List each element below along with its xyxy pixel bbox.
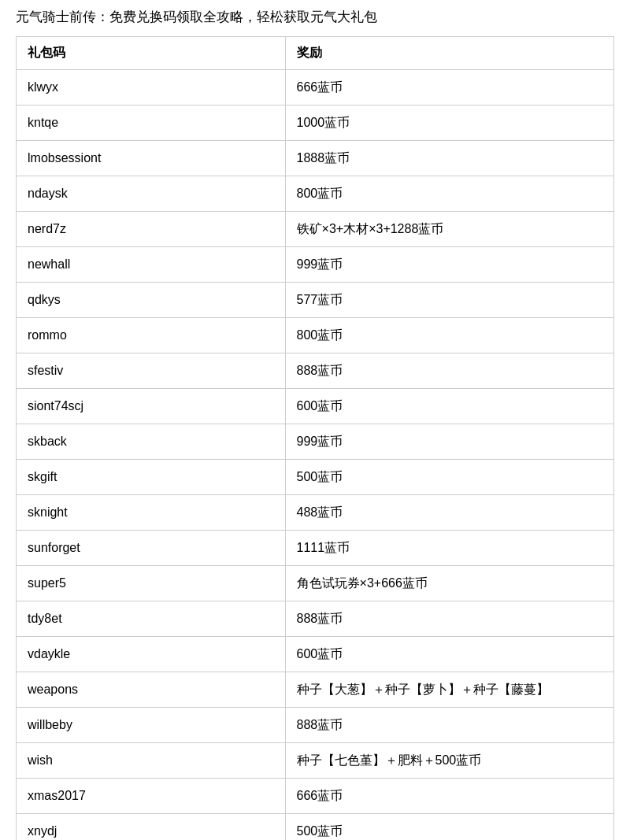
table-row: xmas2017666蓝币 — [17, 778, 614, 813]
cell-code: ndaysk — [17, 176, 286, 211]
cell-reward: 888蓝币 — [285, 707, 613, 742]
table-row: weapons种子【大葱】＋种子【萝卜】＋种子【藤蔓】 — [17, 672, 614, 707]
cell-code: xnydj — [17, 813, 286, 840]
table-row: xnydj500蓝币 — [17, 813, 614, 840]
table-row: super5角色试玩券×3+666蓝币 — [17, 565, 614, 601]
page-container: 元气骑士前传：免费兑换码领取全攻略，轻松获取元气大礼包 礼包码 奖励 klwyx… — [0, 0, 630, 840]
cell-code: newhall — [17, 246, 286, 282]
table-row: sfestiv888蓝币 — [17, 353, 614, 388]
cell-code: rommo — [17, 317, 286, 353]
cell-reward: 1111蓝币 — [285, 530, 613, 565]
table-header-row: 礼包码 奖励 — [17, 36, 614, 69]
cell-code: sknight — [17, 494, 286, 530]
cell-reward: 999蓝币 — [285, 424, 613, 459]
table-row: lmobsessiont1888蓝币 — [17, 140, 614, 176]
cell-code: tdy8et — [17, 601, 286, 636]
cell-code: skback — [17, 424, 286, 459]
cell-reward: 种子【七色堇】＋肥料＋500蓝币 — [285, 742, 613, 778]
cell-reward: 铁矿×3+木材×3+1288蓝币 — [285, 211, 613, 246]
table-row: rommo800蓝币 — [17, 317, 614, 353]
table-row: kntqe1000蓝币 — [17, 105, 614, 140]
cell-code: kntqe — [17, 105, 286, 140]
cell-code: vdaykle — [17, 636, 286, 672]
cell-reward: 500蓝币 — [285, 813, 613, 840]
header-reward: 奖励 — [285, 36, 613, 69]
cell-code: sfestiv — [17, 353, 286, 388]
cell-reward: 488蓝币 — [285, 494, 613, 530]
cell-code: skgift — [17, 459, 286, 494]
cell-reward: 888蓝币 — [285, 601, 613, 636]
gift-table: 礼包码 奖励 klwyx666蓝币kntqe1000蓝币lmobsessiont… — [16, 36, 614, 840]
cell-code: super5 — [17, 565, 286, 601]
table-row: tdy8et888蓝币 — [17, 601, 614, 636]
cell-code: klwyx — [17, 69, 286, 105]
table-row: skgift500蓝币 — [17, 459, 614, 494]
table-row: qdkys577蓝币 — [17, 282, 614, 317]
table-row: vdaykle600蓝币 — [17, 636, 614, 672]
table-row: newhall999蓝币 — [17, 246, 614, 282]
cell-reward: 600蓝币 — [285, 388, 613, 424]
cell-code: willbeby — [17, 707, 286, 742]
cell-reward: 666蓝币 — [285, 69, 613, 105]
cell-code: wish — [17, 742, 286, 778]
table-row: wish种子【七色堇】＋肥料＋500蓝币 — [17, 742, 614, 778]
cell-code: weapons — [17, 672, 286, 707]
cell-reward: 999蓝币 — [285, 246, 613, 282]
cell-reward: 577蓝币 — [285, 282, 613, 317]
cell-reward: 1000蓝币 — [285, 105, 613, 140]
page-title: 元气骑士前传：免费兑换码领取全攻略，轻松获取元气大礼包 — [16, 8, 614, 27]
cell-reward: 角色试玩券×3+666蓝币 — [285, 565, 613, 601]
cell-reward: 888蓝币 — [285, 353, 613, 388]
cell-code: nerd7z — [17, 211, 286, 246]
cell-reward: 666蓝币 — [285, 778, 613, 813]
cell-reward: 1888蓝币 — [285, 140, 613, 176]
cell-reward: 500蓝币 — [285, 459, 613, 494]
cell-code: xmas2017 — [17, 778, 286, 813]
cell-code: sunforget — [17, 530, 286, 565]
table-row: nerd7z铁矿×3+木材×3+1288蓝币 — [17, 211, 614, 246]
table-row: ndaysk800蓝币 — [17, 176, 614, 211]
cell-code: qdkys — [17, 282, 286, 317]
cell-code: lmobsessiont — [17, 140, 286, 176]
table-row: willbeby888蓝币 — [17, 707, 614, 742]
header-code: 礼包码 — [17, 36, 286, 69]
table-row: siont74scj600蓝币 — [17, 388, 614, 424]
cell-reward: 种子【大葱】＋种子【萝卜】＋种子【藤蔓】 — [285, 672, 613, 707]
cell-reward: 800蓝币 — [285, 317, 613, 353]
cell-reward: 600蓝币 — [285, 636, 613, 672]
cell-code: siont74scj — [17, 388, 286, 424]
table-row: skback999蓝币 — [17, 424, 614, 459]
cell-reward: 800蓝币 — [285, 176, 613, 211]
table-row: sunforget1111蓝币 — [17, 530, 614, 565]
table-row: klwyx666蓝币 — [17, 69, 614, 105]
table-row: sknight488蓝币 — [17, 494, 614, 530]
